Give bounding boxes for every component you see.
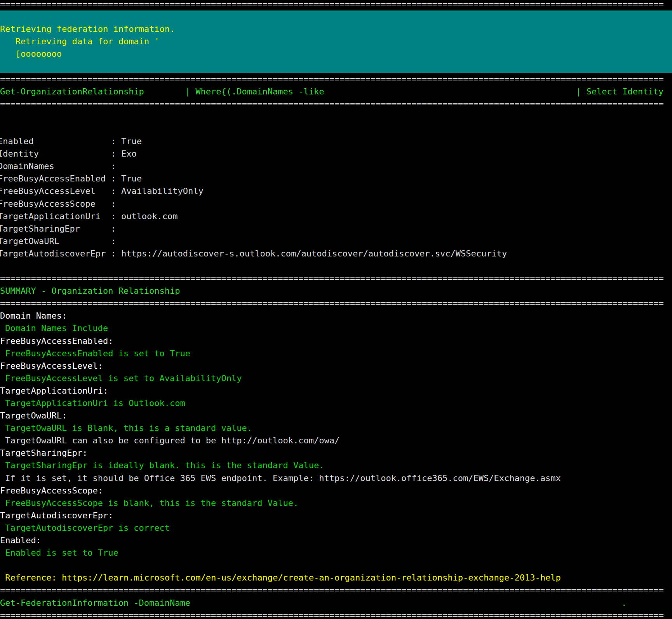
property-line: TargetSharingEpr : [0,223,672,235]
blank-line [0,260,672,272]
summary-heading-line: Enabled: [0,534,672,547]
separator-line-5: ========================================… [0,297,672,310]
property-line: FreeBusyAccessLevel : AvailabilityOnly [0,185,672,197]
text-segment: : [59,236,121,246]
text-segment: Reference: [0,573,62,582]
summary-message: TargetApplicationUri is Outlook.com [0,398,185,408]
text-segment: https://autodiscover-s.outlook.com/autod… [121,249,507,258]
text-segment: : [80,224,121,234]
summary-message-line: Enabled is set to True [0,547,672,559]
reference-url: https://learn.microsoft.com/en-us/exchan… [62,573,561,582]
summary-heading-line: TargetAutodiscoverEpr: [0,509,672,522]
summary-message: TargetAutodiscoverEpr is correct [0,523,170,533]
summary-message-line: FreeBusyAccessEnabled is set to True [0,347,672,360]
banner-line-1: Retrieving federation information. [0,23,672,35]
summary-message-line: TargetOwaURL is Blank, this is a standar… [0,422,672,434]
summary-message-line: TargetOwaURL can also be configured to b… [0,434,672,447]
property-line: Enabled : True [0,135,672,148]
separator-line-3: ========================================… [0,98,672,110]
summary-heading: Domain Names: [0,311,67,321]
summary-message: Enabled is set to True [0,548,118,558]
text-segment: Retrieving data for domain ' [0,37,160,46]
summary-heading-line: FreeBusyAccessEnabled: [0,335,672,347]
summary-message: If it is set, it should be Office 365 EW… [0,473,561,483]
text-segment: FreeBusyAccessScope [0,199,96,209]
summary-title: SUMMARY - Organization Relationship [0,286,180,296]
text-segment: True [121,174,142,183]
summary-heading-line: TargetOwaURL: [0,410,672,422]
separator-line-4: ========================================… [0,272,672,285]
text-segment: FreeBusyAccessEnabled [0,174,106,183]
summary-message: TargetOwaURL is Blank, this is a standar… [0,423,252,433]
property-line: FreeBusyAccessEnabled : True [0,173,672,185]
blank-line [0,123,672,135]
redacted-domain-dot: . [622,597,627,609]
summary-message-line: TargetApplicationUri is Outlook.com [0,397,672,410]
summary-heading: FreeBusyAccessLevel: [0,361,103,371]
text-segment: outlook.com [121,211,178,221]
summary-heading: TargetOwaURL: [0,411,67,420]
reference-line: Reference: https://learn.microsoft.com/e… [0,572,672,584]
text-segment: : [96,186,121,196]
text-segment: : [39,149,121,159]
summary-heading: Enabled: [0,535,41,545]
text-segment: : [54,161,121,171]
text-segment: True [121,136,142,146]
property-line: Identity : Exo [0,148,672,160]
federation-command-line: Get-FederationInformation -DomainName. [0,597,672,609]
text-segment: : [96,199,121,209]
text-segment: AvailabilityOnly [121,186,204,196]
text-segment: ========================================… [0,298,664,308]
text-segment: ========================================… [0,0,664,9]
text-segment: FreeBusyAccessLevel [0,186,96,196]
summary-heading: FreeBusyAccessEnabled: [0,336,113,346]
summary-message: FreeBusyAccessLevel is set to Availabili… [0,373,242,383]
summary-message-line: If it is set, it should be Office 365 EW… [0,472,672,485]
property-line: TargetApplicationUri : outlook.com [0,210,672,223]
text-segment: Enabled [0,136,34,146]
summary-message: FreeBusyAccessScope is blank, this is th… [0,498,298,508]
text-segment: ========================================… [0,274,664,283]
summary-heading-line: TargetApplicationUri: [0,385,672,397]
separator-line-1: ========================================… [0,0,672,10]
text-segment: : [106,174,121,183]
summary-heading-line: FreeBusyAccessScope: [0,485,672,497]
command-line: Get-OrganizationRelationship | Where{(.D… [0,85,672,98]
summary-heading: TargetApplicationUri: [0,386,108,396]
summary-heading: FreeBusyAccessScope: [0,486,103,495]
summary-message-line: FreeBusyAccessLevel is set to Availabili… [0,372,672,385]
summary-message-line: TargetSharingEpr is ideally blank. this … [0,459,672,472]
text-segment: Exo [121,149,137,159]
text-segment: DomainNames [0,161,54,171]
summary-heading-line: TargetSharingEpr: [0,447,672,459]
property-line: DomainNames : [0,160,672,173]
text-segment: ========================================… [0,585,664,595]
text-segment: TargetApplicationUri [0,211,101,221]
text-segment: : [101,211,121,221]
separator-line-7: ========================================… [0,609,672,619]
text-segment: ========================================… [0,610,664,619]
terminal-screen: ========================================… [0,0,672,619]
command-right-fragment: | Select Identity [576,85,663,98]
separator-line-2: ========================================… [0,73,672,85]
text-segment: ========================================… [0,99,664,109]
summary-message: FreeBusyAccessEnabled is set to True [0,349,190,358]
summary-message: TargetSharingEpr is ideally blank. this … [0,460,324,470]
summary-message: Domain Names Include [0,323,108,333]
text-segment: ========================================… [0,74,664,84]
summary-title-line: SUMMARY - Organization Relationship [0,285,672,297]
summary-message: TargetOwaURL can also be configured to b… [0,436,339,445]
summary-heading-line: Domain Names: [0,310,672,322]
blank-line [0,110,672,123]
text-segment: Identity [0,149,39,159]
summary-message-line: FreeBusyAccessScope is blank, this is th… [0,497,672,509]
property-line: TargetOwaURL : [0,235,672,248]
text-segment: Get-FederationInformation -DomainName [0,598,190,608]
text-segment: : [106,249,121,258]
property-line: FreeBusyAccessScope : [0,198,672,210]
banner-line-2: Retrieving data for domain ' [0,35,672,48]
summary-heading-line: FreeBusyAccessLevel: [0,360,672,372]
blank-line [0,559,672,572]
text-segment: TargetSharingEpr [0,224,80,234]
text-segment: Get-OrganizationRelationship | Where{(.D… [0,87,324,96]
